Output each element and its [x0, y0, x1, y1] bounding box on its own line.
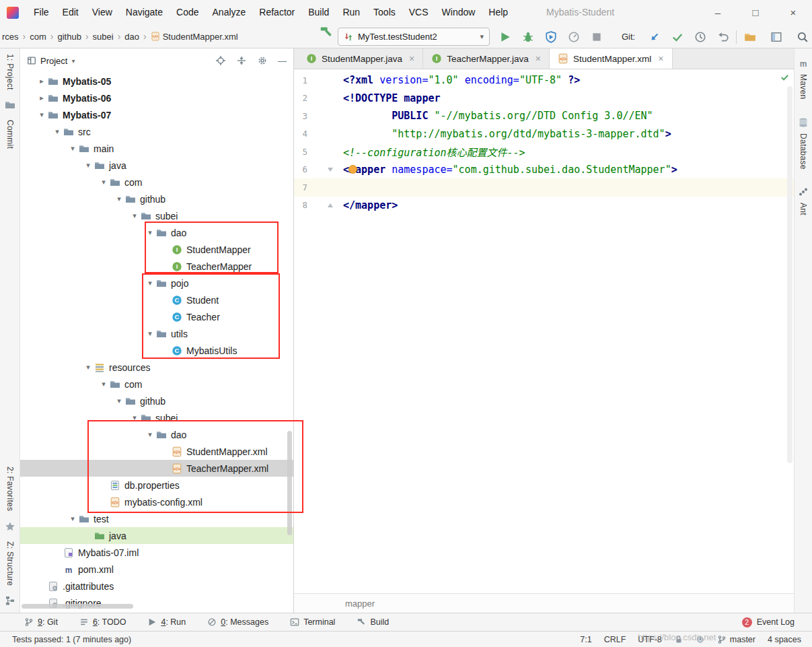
run-config-selector[interactable]: MyTest.testStudent2 ▾: [338, 28, 490, 46]
event-log-button[interactable]: 2 Event Log: [742, 617, 795, 627]
tree-horizontal-scrollbar[interactable]: [22, 604, 133, 609]
project-structure-button[interactable]: [743, 30, 758, 44]
tree-row[interactable]: .gitignore: [20, 594, 293, 611]
code-area[interactable]: 1<?xml version="1.0" encoding="UTF-8" ?>…: [294, 69, 794, 593]
profiler-button[interactable]: [566, 30, 581, 44]
tree-row[interactable]: </>TeacherMapper.xml: [20, 460, 293, 477]
tree-row[interactable]: ▾resources: [20, 359, 293, 376]
tree-row[interactable]: ▾com: [20, 376, 293, 393]
collapse-all-button[interactable]: [236, 55, 247, 66]
breadcrumb-tag[interactable]: mapper: [345, 599, 375, 609]
tree-row[interactable]: ▾pojo: [20, 275, 293, 292]
tree-row[interactable]: ▾github: [20, 393, 293, 409]
fold-marker-icon[interactable]: [328, 168, 333, 172]
editor-tab[interactable]: ITeacherMapper.java×: [423, 48, 550, 69]
tree-row[interactable]: ▸Mybatis-05: [20, 73, 293, 90]
tree-row[interactable]: ▸Mybatis-06: [20, 90, 293, 106]
stripe-tab-structure[interactable]: Z: Structure: [5, 541, 15, 586]
tree-row[interactable]: CMybatisUtils: [20, 342, 293, 359]
tree-row[interactable]: ▾github: [20, 191, 293, 207]
stripe-tab-ant[interactable]: Ant: [798, 186, 809, 215]
run-button[interactable]: [498, 30, 513, 44]
stripe-tab-favorites[interactable]: 2: Favorites: [5, 467, 15, 511]
tree-row[interactable]: ▾subei: [20, 409, 293, 426]
tree-row[interactable]: ▾src: [20, 123, 293, 140]
indent-style[interactable]: 4 spaces: [768, 635, 801, 644]
menu-refactor[interactable]: Refactor: [252, 0, 301, 25]
line-separator[interactable]: CRLF: [604, 635, 626, 644]
readonly-toggle[interactable]: [674, 635, 684, 644]
menu-edit[interactable]: Edit: [56, 0, 85, 25]
tree-row[interactable]: .gitattributes: [20, 578, 293, 594]
highlighting-level[interactable]: [696, 635, 705, 644]
menu-tools[interactable]: Tools: [367, 0, 402, 25]
tree-row[interactable]: </>StudentMapper.xml: [20, 443, 293, 460]
caret-position[interactable]: 7:1: [580, 635, 591, 644]
tree-row[interactable]: </>mybatis-config.xml: [20, 493, 293, 510]
toolwindow-button-messages[interactable]: 0: Messages: [207, 617, 268, 627]
tree-row[interactable]: ITeacherMapper: [20, 258, 293, 275]
git-branch[interactable]: master: [717, 635, 755, 644]
stripe-tab-database[interactable]: Database: [798, 117, 809, 170]
tree-row[interactable]: ▾test: [20, 510, 293, 527]
menu-file[interactable]: File: [27, 0, 56, 25]
tree-row[interactable]: ▾main: [20, 140, 293, 157]
breadcrumb-item[interactable]: com: [30, 32, 46, 42]
history-button[interactable]: [693, 30, 708, 44]
menu-build[interactable]: Build: [301, 0, 336, 25]
tree-row[interactable]: java: [20, 527, 293, 544]
breadcrumb-item[interactable]: dao: [124, 32, 139, 42]
toolwindow-button-terminal[interactable]: Terminal: [290, 617, 335, 627]
stripe-tab-commit[interactable]: Commit: [5, 120, 15, 149]
toolwindow-button-todo[interactable]: 6: TODO: [79, 617, 126, 627]
rollback-button[interactable]: [716, 30, 731, 44]
stripe-tab-maven[interactable]: mMaven: [798, 58, 809, 100]
settings-button[interactable]: [257, 55, 268, 66]
commit-button[interactable]: [670, 30, 685, 44]
tree-row[interactable]: mpom.xml: [20, 561, 293, 578]
debug-button[interactable]: [521, 30, 536, 44]
project-panel-title[interactable]: Project: [40, 56, 67, 66]
tree-row[interactable]: db.properties: [20, 477, 293, 493]
menu-code[interactable]: Code: [170, 0, 205, 25]
chevron-down-icon[interactable]: ▾: [71, 57, 75, 65]
search-everywhere-button[interactable]: [795, 30, 810, 44]
breadcrumb-item[interactable]: subei: [93, 32, 114, 42]
update-project-button[interactable]: [647, 30, 662, 44]
menu-view[interactable]: View: [85, 0, 119, 25]
intention-bulb-icon[interactable]: [348, 165, 357, 174]
toolwindow-button-git[interactable]: 9: Git: [24, 617, 58, 627]
restore-layout-button[interactable]: [769, 30, 784, 44]
editor-tab[interactable]: </>StudentMapper.xml×: [550, 48, 673, 69]
tree-row[interactable]: CTeacher: [20, 308, 293, 325]
tab-close-icon[interactable]: ×: [536, 53, 541, 64]
tree-row[interactable]: ▾utils: [20, 325, 293, 342]
menu-help[interactable]: Help: [482, 0, 515, 25]
editor-scrollbar[interactable]: [787, 86, 792, 463]
menu-vcs[interactable]: VCS: [402, 0, 435, 25]
close-button[interactable]: ×: [774, 0, 812, 25]
tree-vertical-scrollbar[interactable]: [287, 431, 292, 535]
tree-row[interactable]: ▾com: [20, 174, 293, 191]
breadcrumb-item[interactable]: github: [57, 32, 81, 42]
menu-window[interactable]: Window: [435, 0, 482, 25]
toolwindow-button-build[interactable]: Build: [357, 617, 389, 627]
run-with-coverage-button[interactable]: [544, 30, 558, 44]
tree-row[interactable]: ▾dao: [20, 224, 293, 241]
tree-row[interactable]: ▾subei: [20, 207, 293, 224]
menu-navigate[interactable]: Navigate: [119, 0, 170, 25]
tab-close-icon[interactable]: ×: [658, 53, 663, 64]
locate-button[interactable]: [215, 55, 226, 66]
tree-row[interactable]: IStudentMapper: [20, 241, 293, 258]
breadcrumb-item[interactable]: </>StudentMapper.xml: [151, 32, 238, 42]
fold-marker-icon[interactable]: [328, 203, 333, 207]
menu-run[interactable]: Run: [336, 0, 367, 25]
hide-panel-button[interactable]: —: [278, 56, 287, 66]
editor-tab[interactable]: IStudentMapper.java×: [298, 48, 423, 69]
minimize-button[interactable]: –: [699, 0, 737, 25]
menu-analyze[interactable]: Analyze: [206, 0, 253, 25]
maximize-button[interactable]: □: [737, 0, 774, 25]
tab-close-icon[interactable]: ×: [409, 53, 414, 64]
build-button[interactable]: [319, 25, 334, 40]
file-encoding[interactable]: UTF-8: [638, 635, 661, 644]
